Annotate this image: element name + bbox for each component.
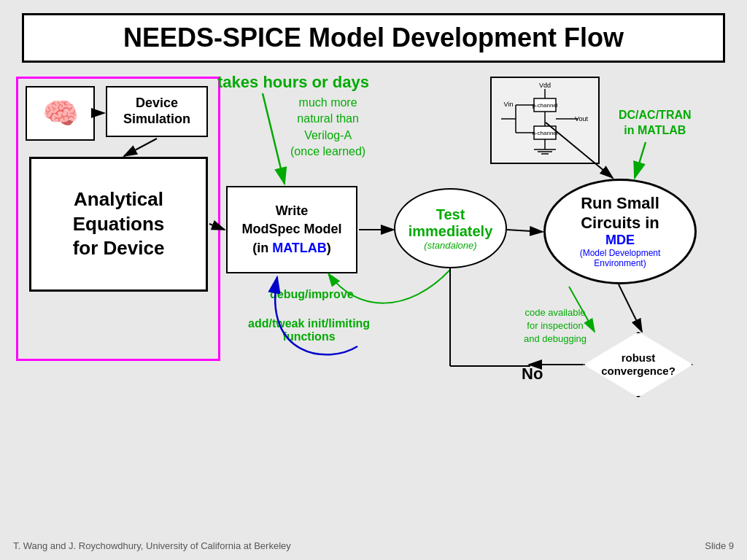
modspec-line1: Write bbox=[276, 202, 309, 220]
circuit-svg: Vdd p-channel Vin n-channel Vout bbox=[494, 80, 596, 160]
svg-text:Vin: Vin bbox=[504, 101, 514, 108]
title-box: NEEDS-SPICE Model Development Flow bbox=[22, 13, 725, 63]
analytical-equations-label: Analytical Equations for Device bbox=[73, 187, 165, 261]
brain-icon: 🧠 bbox=[42, 96, 79, 131]
test-immediately-box: Test immediately (standalone) bbox=[394, 188, 507, 268]
modspec-line3: (in MATLAB) bbox=[252, 239, 331, 257]
circuit-diagram-box: Vdd p-channel Vin n-channel Vout bbox=[490, 77, 600, 164]
svg-line-29 bbox=[635, 142, 646, 178]
device-simulation-box: Device Simulation bbox=[106, 86, 208, 137]
convergence-diamond-container: robust convergence? bbox=[584, 332, 693, 397]
test-main-label: Test immediately bbox=[409, 206, 493, 240]
slide-number: Slide 9 bbox=[705, 540, 734, 551]
brain-icon-box: 🧠 bbox=[26, 86, 95, 141]
code-available-label: code available for inspection and debugg… bbox=[524, 306, 587, 346]
svg-line-27 bbox=[507, 230, 543, 232]
svg-text:n-channel: n-channel bbox=[532, 130, 557, 136]
svg-text:p-channel: p-channel bbox=[532, 102, 557, 109]
modspec-line2: ModSpec Model bbox=[241, 220, 341, 238]
natural-text-label: much more natural than Verilog-A (once l… bbox=[290, 95, 365, 160]
analytical-equations-box: Analytical Equations for Device bbox=[29, 157, 208, 292]
convergence-diamond bbox=[584, 332, 693, 397]
run-circuits-box: Run Small Circuits in MDE (Model Develop… bbox=[543, 179, 697, 284]
footer-text: T. Wang and J. Roychowdhury, University … bbox=[13, 540, 291, 551]
no-label: No bbox=[522, 365, 543, 384]
dc-ac-tran-label: DC/AC/TRAN in MATLAB bbox=[619, 108, 692, 139]
page-title: NEEDS-SPICE Model Development Flow bbox=[123, 23, 624, 52]
run-mde-label: MDE bbox=[605, 233, 635, 248]
svg-line-30 bbox=[619, 284, 642, 332]
debug-improve-label: debug/improve bbox=[270, 288, 354, 301]
takes-hours-label: takes hours or days bbox=[217, 73, 369, 92]
svg-text:Vout: Vout bbox=[575, 115, 589, 122]
run-main-label: Run Small Circuits in bbox=[581, 194, 659, 233]
run-sub-label: (Model Development Environment) bbox=[580, 248, 661, 269]
svg-text:Vdd: Vdd bbox=[539, 82, 551, 89]
device-simulation-label: Device Simulation bbox=[123, 96, 190, 127]
svg-line-25 bbox=[263, 93, 285, 184]
modspec-box: Write ModSpec Model (in MATLAB) bbox=[226, 186, 357, 273]
add-tweak-label: add/tweak init/limiting functions bbox=[248, 317, 370, 343]
test-sub-label: (standalone) bbox=[424, 240, 476, 251]
